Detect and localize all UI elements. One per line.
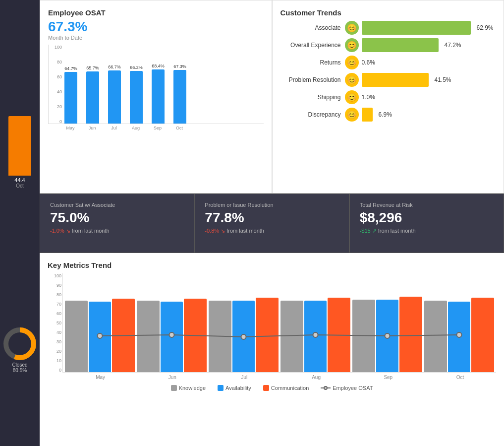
legend-label: Knowledge bbox=[179, 385, 206, 391]
osat-bar bbox=[108, 70, 121, 124]
osat-x-label: Jun bbox=[86, 126, 99, 130]
km-bar-group bbox=[352, 297, 422, 372]
metric-title: Problem or Issue Resolution bbox=[205, 202, 338, 208]
legend-color-box bbox=[218, 385, 224, 391]
osat-bar-group: 66.7% bbox=[108, 64, 121, 124]
osat-bar bbox=[130, 71, 143, 124]
km-x-label: Jun bbox=[136, 375, 208, 380]
sidebar-bar-orange bbox=[8, 116, 31, 176]
km-bar-communication bbox=[471, 298, 494, 372]
km-bar-communication bbox=[256, 298, 279, 372]
km-x-label: Oct bbox=[424, 375, 496, 380]
metric-card-0: Customer Sat w/ Associate 75.0% -1.0% ↘ … bbox=[40, 193, 194, 253]
trend-row-label: Overall Experience bbox=[280, 42, 345, 49]
metrics-row: Customer Sat w/ Associate 75.0% -1.0% ↘ … bbox=[40, 193, 504, 253]
smiley-icon: 😊 bbox=[345, 108, 359, 122]
smiley-icon: 😊 bbox=[345, 56, 359, 69]
km-bar-communication bbox=[328, 298, 350, 372]
trend-value: 6.9% bbox=[379, 111, 392, 118]
km-bar-communication bbox=[399, 297, 422, 372]
osat-bar bbox=[64, 72, 77, 124]
osat-bar-value: 66.2% bbox=[130, 65, 143, 70]
smiley-icon: 😊 bbox=[345, 73, 359, 87]
osat-bar-group: 65.7% bbox=[86, 65, 99, 124]
osat-bars-area: 64.7%65.7%66.7%66.2%68.4%67.3% bbox=[48, 45, 264, 124]
sidebar-top: 44.4 Oct bbox=[0, 0, 40, 193]
trend-bar-container: 0.6% bbox=[362, 59, 496, 66]
km-bar-communication bbox=[112, 299, 135, 372]
sidebar-middle bbox=[0, 193, 40, 253]
legend-label: Availability bbox=[225, 385, 251, 391]
metric-value: 77.8% bbox=[205, 210, 338, 226]
trends-rows: Associate😊62.9%Overall Experience😊47.2%R… bbox=[280, 21, 496, 122]
employee-osat-value: 67.3% bbox=[48, 19, 264, 35]
km-bar-knowledge bbox=[352, 300, 375, 372]
km-x-label: Aug bbox=[280, 375, 352, 380]
trend-row: Shipping😊1.0% bbox=[280, 90, 496, 104]
osat-x-label: Aug bbox=[129, 126, 142, 130]
metric-change: -0.8% ↘ from last month bbox=[205, 228, 338, 234]
legend-label: Communication bbox=[271, 385, 309, 391]
km-y-axis: 0102030405060708090100 bbox=[48, 273, 61, 373]
osat-bar bbox=[152, 69, 165, 124]
metric-value: 75.0% bbox=[50, 210, 184, 226]
legend-item: Knowledge bbox=[171, 385, 206, 391]
osat-x-label: May bbox=[64, 126, 77, 130]
key-metrics-card: Key Metrics Trend 0102030405060708090100… bbox=[40, 253, 504, 446]
trend-bar-container: 6.9% bbox=[362, 108, 496, 122]
km-bar-knowledge bbox=[137, 301, 160, 372]
osat-x-label: Oct bbox=[173, 126, 186, 130]
km-bars-area bbox=[62, 273, 496, 373]
trend-value: 47.2% bbox=[445, 42, 461, 49]
metric-title: Customer Sat w/ Associate bbox=[50, 202, 184, 208]
metric-title: Total Revenue at Risk bbox=[360, 202, 494, 208]
osat-bar-value: 68.4% bbox=[152, 64, 165, 68]
key-metrics-title: Key Metrics Trend bbox=[48, 261, 496, 269]
km-bar-group bbox=[424, 298, 494, 372]
km-x-labels: MayJunJulAugSepOct bbox=[62, 375, 496, 380]
km-bar-group bbox=[65, 299, 135, 372]
km-bar-group bbox=[137, 299, 207, 372]
sidebar-value: 44.4 bbox=[14, 177, 25, 183]
km-bar-group bbox=[280, 298, 350, 372]
legend-line bbox=[321, 387, 331, 388]
smiley-icon: 😊 bbox=[345, 21, 359, 35]
km-bar-availability bbox=[448, 302, 471, 372]
km-x-label: May bbox=[64, 375, 136, 380]
trend-bar bbox=[362, 38, 439, 52]
metric-change: -1.0% ↘ from last month bbox=[50, 228, 184, 234]
osat-x-label: Jul bbox=[108, 126, 120, 130]
km-bar-availability bbox=[376, 300, 399, 372]
customer-trends-title: Customer Trends bbox=[280, 8, 496, 17]
osat-bar-value: 65.7% bbox=[86, 65, 99, 70]
km-bar-knowledge bbox=[209, 301, 231, 372]
km-bar-availability bbox=[232, 301, 255, 372]
trend-value: 41.5% bbox=[435, 76, 451, 83]
metric-value: $8,296 bbox=[360, 210, 494, 226]
km-bar-knowledge bbox=[280, 301, 303, 372]
legend-item: Communication bbox=[263, 385, 309, 391]
employee-osat-card: Employee OSAT 67.3% Month to Date 020406… bbox=[40, 0, 272, 193]
legend-item: Employee OSAT bbox=[321, 385, 373, 391]
osat-x-labels: MayJunJulAugSepOct bbox=[48, 126, 264, 130]
km-x-label: Jul bbox=[208, 375, 280, 380]
trend-row-label: Associate bbox=[280, 24, 345, 31]
osat-bar-group: 67.3% bbox=[173, 64, 186, 124]
osat-bar bbox=[86, 71, 99, 124]
donut-label: Closed bbox=[12, 362, 27, 368]
legend-item: Availability bbox=[218, 385, 251, 391]
trend-row-label: Shipping bbox=[280, 94, 345, 101]
sidebar-bottom: Closed 80.5% bbox=[0, 253, 40, 446]
employee-osat-subtitle: Month to Date bbox=[48, 35, 264, 41]
km-bar-availability bbox=[161, 302, 183, 372]
trend-row-label: Discrepancy bbox=[280, 111, 345, 118]
trend-bar bbox=[362, 21, 471, 35]
smiley-icon: 😊 bbox=[345, 90, 359, 104]
donut-chart bbox=[2, 326, 37, 361]
legend-label: Employee OSAT bbox=[333, 385, 373, 391]
trend-bar-container: 47.2% bbox=[362, 38, 496, 52]
legend-color-box bbox=[171, 385, 177, 391]
trend-row-label: Returns bbox=[280, 59, 345, 66]
trend-value: 1.0% bbox=[362, 94, 375, 101]
trend-row: Associate😊62.9% bbox=[280, 21, 496, 35]
